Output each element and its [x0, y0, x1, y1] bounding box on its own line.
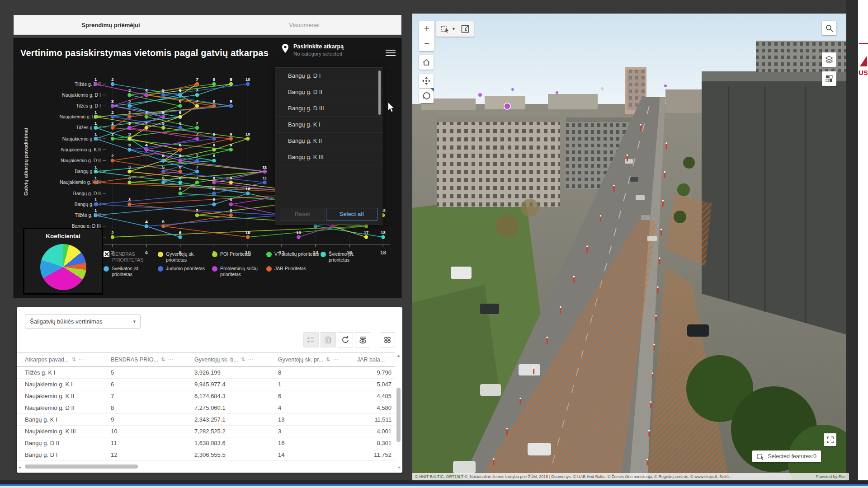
- sort-icon[interactable]: ⇅: [241, 357, 245, 362]
- svg-text:1: 1: [94, 131, 97, 136]
- show-hide-columns-icon[interactable]: [355, 332, 370, 347]
- svg-text:3: 3: [128, 131, 131, 136]
- column-menu-icon[interactable]: ⋯: [168, 357, 174, 363]
- column-header[interactable]: Gyventojų sk. pr...⇅⋯: [278, 357, 357, 363]
- svg-text:2: 2: [111, 230, 113, 235]
- select-records-icon[interactable]: [303, 332, 319, 347]
- select-rectangle-button[interactable]: [458, 23, 472, 35]
- table-cell: 7: [111, 393, 194, 399]
- svg-text:1: 1: [94, 110, 97, 115]
- legend-item[interactable]: POI Prioritetas: [212, 251, 266, 263]
- svg-text:Bangų g. D II: Bangų g. D II: [73, 191, 101, 196]
- top-tab-bar: Sprendimų priėmėjuiVisuomenei: [14, 15, 401, 35]
- column-header[interactable]: Gyventojų sk. b...⇅⋯: [194, 357, 278, 363]
- table-row[interactable]: Bangų g. D II111,638,083.6168,301: [17, 437, 395, 449]
- expand-icon[interactable]: [824, 433, 836, 446]
- table-row[interactable]: Tilžės g. K I53,926,19989,790: [17, 367, 395, 379]
- tab-sprendimu-priemejui[interactable]: Sprendimų priėmėjui: [14, 15, 208, 34]
- search-icon[interactable]: [822, 21, 836, 35]
- home-button[interactable]: [419, 55, 434, 70]
- table-row[interactable]: Naujakiemio g. K II76,174,684.364,485: [17, 390, 395, 402]
- dropdown-item[interactable]: Bangų g. K I: [275, 117, 382, 133]
- dropdown-item[interactable]: Bangų g. D II: [275, 84, 382, 100]
- sort-icon[interactable]: ⇅: [71, 357, 75, 362]
- table-cell: Bangų g. D II: [25, 440, 111, 446]
- legend-item[interactable]: Gyventojų sk. prioritetas: [158, 251, 212, 263]
- delete-icon[interactable]: [321, 332, 336, 347]
- toolbar-divider: [375, 335, 375, 345]
- basemap-grid-icon[interactable]: [822, 71, 836, 86]
- dropdown-item[interactable]: Bangų g. K II: [275, 133, 382, 149]
- legend-label: POI Prioritetas: [220, 251, 251, 257]
- table-row[interactable]: Bangų g. D I122,306,555.51411,752: [17, 449, 395, 461]
- svg-text:1: 1: [94, 197, 97, 202]
- zoom-out-button[interactable]: −: [419, 36, 434, 51]
- hamburger-menu-icon[interactable]: [386, 48, 396, 56]
- table-vertical-scrollbar[interactable]: [396, 368, 401, 458]
- legend-item[interactable]: VT stotelių prioritetas: [266, 251, 321, 263]
- column-menu-icon[interactable]: ⋯: [79, 357, 85, 363]
- refresh-icon[interactable]: [338, 332, 353, 347]
- dropdown-item[interactable]: Bangų g. D I: [275, 68, 382, 84]
- series-dot-icon: [212, 252, 217, 257]
- legend-item[interactable]: Probleminių sričių prioritetas: [212, 266, 266, 277]
- legend-item[interactable]: BENDRAS PRIORITETAS: [104, 251, 158, 263]
- column-header[interactable]: Atkarpos pavad...⇅⋯: [25, 357, 111, 363]
- svg-text:9: 9: [230, 208, 232, 213]
- svg-text:2: 2: [111, 131, 113, 136]
- table-cell: 12: [111, 451, 194, 458]
- zoom-in-button[interactable]: +: [419, 21, 434, 36]
- svg-text:4: 4: [145, 110, 148, 115]
- tab-visuomenei[interactable]: Visuomenei: [208, 15, 401, 34]
- column-menu-icon[interactable]: ⋯: [333, 357, 339, 363]
- series-dot-icon: [158, 252, 163, 257]
- layers-icon[interactable]: [822, 52, 836, 67]
- table-row[interactable]: Bangų g. K I92,343,257.11311,511: [17, 414, 395, 426]
- scroll-left-arrow[interactable]: ◂: [19, 465, 21, 469]
- rotate-button[interactable]: [419, 89, 434, 103]
- table-cell: 2,306,555.5: [194, 451, 278, 458]
- svg-text:Gatvių atkarpų pavadinimai: Gatvių atkarpų pavadinimai: [23, 128, 28, 196]
- column-menu-icon[interactable]: ⋯: [248, 357, 254, 363]
- table-header-row: Atkarpos pavad...⇅⋯BENDRAS PRIO...⇅⋯Gyve…: [17, 352, 395, 367]
- legend-item[interactable]: Švietimo įst. prioritetas: [321, 251, 375, 263]
- logo-fragment-shape: [860, 56, 867, 66]
- scene-view[interactable]: + − ▼: [412, 14, 849, 480]
- sort-icon[interactable]: ⇅: [161, 357, 165, 362]
- table-row[interactable]: Naujakiemio g. K III107,282,525.234,001: [17, 426, 395, 437]
- chart-panel: 24681012141618Tilžės g. D IINaujakiemio …: [14, 38, 401, 298]
- table-cell: 9,945,977.4: [194, 381, 278, 388]
- table-row[interactable]: Naujakiemio g. D II87,275,060.144,580: [17, 402, 395, 414]
- table-horizontal-scrollbar[interactable]: [23, 465, 390, 469]
- select-all-button[interactable]: Select all: [326, 208, 377, 221]
- svg-text:5: 5: [162, 175, 165, 180]
- table-cell: Naujakiemio g. K III: [25, 428, 111, 435]
- dropdown-item[interactable]: Bangų g. D III: [275, 100, 382, 117]
- select-features-button[interactable]: ▼: [438, 23, 458, 35]
- column-header[interactable]: BENDRAS PRIO...⇅⋯: [111, 357, 194, 363]
- table-row[interactable]: Naujakiemio g. K I69,945,977.415,047: [17, 379, 395, 390]
- table-cell: 4,485: [357, 393, 396, 399]
- legend-item[interactable]: JAR Prioritetas: [266, 266, 321, 277]
- actions-grid-icon[interactable]: [380, 332, 395, 347]
- segment-selector-toggle[interactable]: Pasirinkite atkarpą No category selected: [282, 43, 381, 56]
- column-header[interactable]: JAR bala...: [357, 357, 396, 363]
- layer-filter-select[interactable]: Šaligatvių būklės vertinimas ▾: [25, 314, 141, 329]
- svg-text:7: 7: [196, 175, 198, 180]
- reset-button[interactable]: Reset: [280, 208, 325, 221]
- dropdown-scrollbar[interactable]: [378, 70, 381, 115]
- pan-button[interactable]: [419, 74, 434, 88]
- legend-item[interactable]: Judumo prioritetas: [158, 266, 212, 277]
- legend-item[interactable]: Sveikatos įst. prioritetas: [104, 266, 158, 277]
- svg-text:4: 4: [145, 88, 148, 93]
- scroll-up-arrow[interactable]: ▲: [396, 353, 401, 358]
- table-cell: 4,001: [357, 428, 396, 435]
- sort-icon[interactable]: ⇅: [326, 357, 330, 362]
- svg-text:3: 3: [128, 121, 131, 126]
- table-cell: 4: [278, 404, 357, 411]
- scroll-right-arrow[interactable]: ▸: [398, 465, 401, 469]
- table-cell: 11: [111, 440, 194, 446]
- table-cell: 16: [278, 440, 357, 446]
- dropdown-item[interactable]: Bangų g. K III: [275, 149, 382, 165]
- window-edge: [846, 0, 858, 488]
